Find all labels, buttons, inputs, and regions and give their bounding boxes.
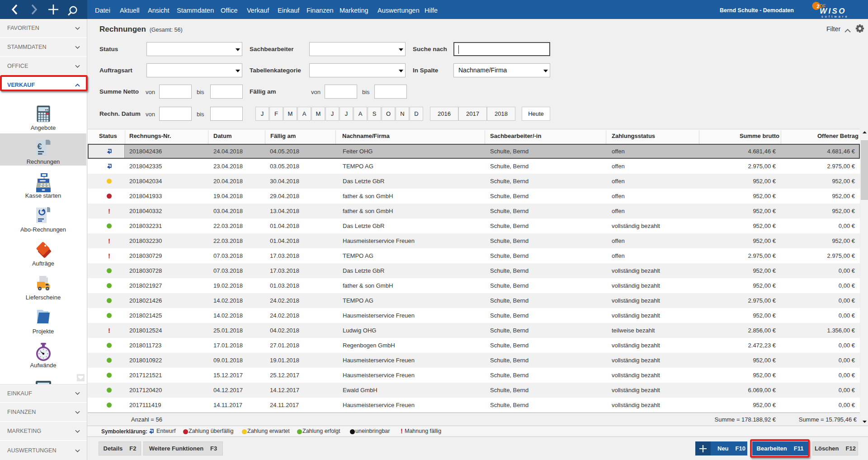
svg-text:WISO: WISO <box>820 7 846 15</box>
svg-text:software: software <box>821 15 849 18</box>
svg-text:€: € <box>38 142 42 151</box>
svg-text:2: 2 <box>817 4 820 9</box>
